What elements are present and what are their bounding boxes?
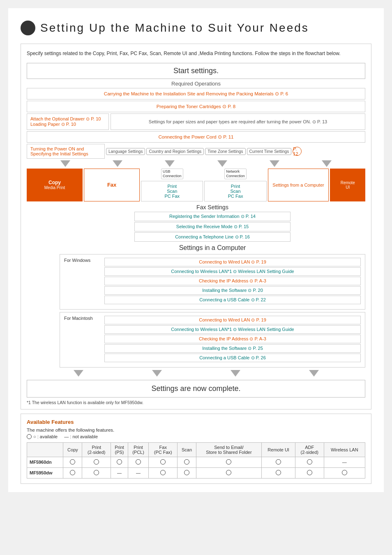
win-link2: Connecting to Wireless LAN*1 ⊙ Wireless … <box>104 267 361 276</box>
mf5960dn-adf <box>295 457 324 467</box>
b-arrow4 <box>309 370 319 377</box>
mf5960dn-printPS <box>111 457 128 467</box>
fax-step2: Selecting the Receive Mode ⊙ P. 15 <box>134 222 291 231</box>
feat-copy-mediaprint: Copy Media Print <box>27 169 83 201</box>
mac-link3: Checking the IP Address ⊙ P. A-3 <box>104 335 361 343</box>
mf5960dn-scan <box>178 457 196 467</box>
legend-row: ○ : available — : not available <box>27 434 365 439</box>
tag-language: Language Settings <box>106 148 145 155</box>
col-model <box>27 442 63 457</box>
features-title: Available Features <box>27 419 365 425</box>
start-banner: Start settings. <box>27 63 365 79</box>
col-printPCL: Print(PCL) <box>128 442 148 457</box>
win-link4: Installing the Software ⊙ P. 20 <box>104 286 361 295</box>
win-link1: Connecting to Wired LAN ⊙ P. 19 <box>104 258 361 266</box>
mf5950dw-remoteui <box>262 467 295 478</box>
tag-timezone: Time Zone Settings <box>205 148 245 155</box>
arrow4 <box>217 160 227 167</box>
mac-links: Connecting to Wired LAN ⊙ P. 19 Connecti… <box>104 316 361 362</box>
fax-settings-title: Fax Settings <box>60 204 365 210</box>
feat-remote-ui: Remote UI <box>330 169 365 201</box>
windows-links: Connecting to Wired LAN ⊙ P. 19 Connecti… <box>104 258 361 304</box>
fax-step3: Connecting a Telephone Line ⊙ P. 16 <box>134 232 291 242</box>
mac-link4: Installing the Software ⊙ P. 25 <box>104 344 361 353</box>
required-ops-label: Required Operations <box>27 81 365 87</box>
mf5950dw-wireless <box>324 467 365 478</box>
network-badge: NetworkConnection <box>224 169 247 179</box>
mf5960dn-printPCL <box>128 457 148 467</box>
feat-print-network: Print Scan PC Fax <box>204 181 266 201</box>
mf5960dn-email <box>196 457 262 467</box>
mac-link5: Connecting a USB Cable ⊙ P. 26 <box>104 354 361 362</box>
fax-settings-section: Fax Settings Registering the Sender Info… <box>60 204 365 242</box>
feature-boxes-row: Copy Media Print Fax USBConnection Print… <box>27 169 365 201</box>
arrows-row <box>27 160 365 167</box>
table-row: MF5960dn — <box>27 457 365 467</box>
computer-section: Settings in a Computer For Windows Conne… <box>60 244 365 368</box>
windows-row: For Windows Connecting to Wired LAN ⊙ P.… <box>64 258 361 304</box>
usb-badge: USBConnection <box>161 169 183 179</box>
mf5950dw-printPS: — <box>111 467 128 478</box>
col-scan: Scan <box>178 442 196 457</box>
title-dot-icon <box>21 21 35 35</box>
flow-row-drawer: Attach the Optional Drawer ⊙ P. 10 Loadi… <box>27 113 365 130</box>
mf5950dw-email <box>196 467 262 478</box>
mac-label: For Macintosh <box>64 316 101 321</box>
windows-label: For Windows <box>64 258 101 263</box>
col-print2: Print(2-sided) <box>82 442 111 457</box>
feat-usb-group: USBConnection Print Scan PC Fax <box>141 169 203 201</box>
legend-avail: ○ : available <box>27 434 58 439</box>
page-12-icon: P. 12 <box>293 147 302 156</box>
mf5950dw-copy <box>63 467 82 478</box>
mf5950dw-scan <box>178 467 196 478</box>
flow-step3: Connecting the Power Cord ⊙ P. 11 <box>27 131 365 143</box>
mac-link2: Connecting to Wireless LAN*1 ⊙ Wireless … <box>104 325 361 334</box>
table-header-row: Copy Print(2-sided) Print(PS) Print(PCL)… <box>27 442 365 457</box>
win-link5: Connecting a USB Cable ⊙ P. 22 <box>104 296 361 304</box>
mf5950dw-printPCL: — <box>128 467 148 478</box>
tag-country: Country and Region Settings <box>146 148 204 155</box>
feat-fax: Fax <box>84 169 140 201</box>
turning-left: Turning the Power ON and Specifying the … <box>27 144 105 159</box>
arrow2 <box>113 160 122 167</box>
page-title: Setting Up the Machine to Suit Your Need… <box>40 21 309 35</box>
feat-settings-computer: Settings from a Computer <box>268 169 329 201</box>
col-fax: Fax(PC Fax) <box>149 442 178 457</box>
col-copy: Copy <box>63 442 82 457</box>
mac-row: For Macintosh Connecting to Wired LAN ⊙ … <box>64 316 361 362</box>
bottom-arrows <box>27 370 365 377</box>
col-remoteui: Remote UI <box>262 442 295 457</box>
mf5950dw-fax <box>149 467 178 478</box>
legend-not: — : not available <box>64 434 98 439</box>
col-printPS: Print(PS) <box>111 442 128 457</box>
mf5960dn-remoteui <box>262 457 295 467</box>
available-features-section: Available Features The machine offers th… <box>21 414 371 484</box>
features-intro: The machine offers the following feature… <box>27 428 365 432</box>
b-arrow1 <box>74 370 83 377</box>
circle-avail-icon <box>27 434 32 439</box>
mf5950dw-adf <box>295 467 324 478</box>
table-row: MF5950dw — — <box>27 467 365 478</box>
arrow5 <box>270 160 279 167</box>
mf5950dw-print2 <box>82 467 111 478</box>
flow-step1: Carrying the Machine to the Installation… <box>27 88 365 99</box>
mac-block: For Macintosh Connecting to Wired LAN ⊙ … <box>60 312 365 368</box>
mac-link1: Connecting to Wired LAN ⊙ P. 19 <box>104 316 361 324</box>
turning-row: Turning the Power ON and Specifying the … <box>27 144 365 159</box>
b-arrow3 <box>231 370 240 377</box>
win-link3: Checking the IP Address ⊙ P. A-3 <box>104 277 361 285</box>
arrow6 <box>322 160 332 167</box>
mf5960dn-fax <box>149 457 178 467</box>
arrow3 <box>165 160 175 167</box>
feat-print-usb: Print Scan PC Fax <box>141 181 203 201</box>
model-mf5950dw: MF5950dw <box>27 467 63 478</box>
tag-current-time: Current Time Settings <box>247 148 292 155</box>
col-wireless: Wireless LAN <box>324 442 365 457</box>
footnote: *1 The wireless LAN function is availabl… <box>27 400 365 405</box>
complete-banner: Settings are now complete. <box>27 380 365 398</box>
flow-right-settings: Settings for paper sizes and paper types… <box>111 113 365 130</box>
arrow1 <box>60 160 70 167</box>
col-adf: ADF(2-sided) <box>295 442 324 457</box>
mf5960dn-copy <box>63 457 82 467</box>
b-arrow2 <box>152 370 162 377</box>
